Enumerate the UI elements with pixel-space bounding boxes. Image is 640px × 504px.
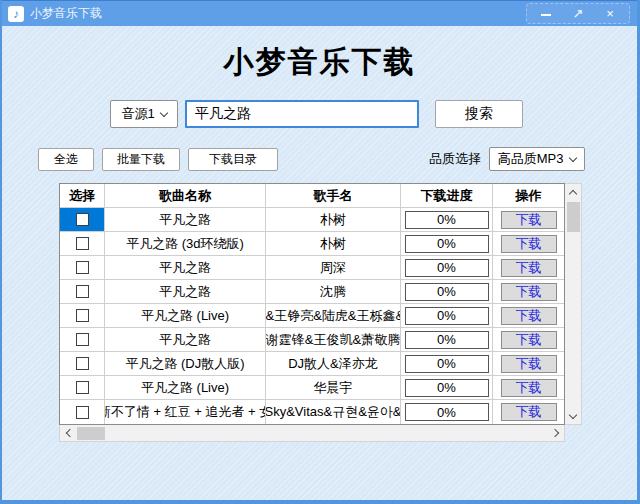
select-cell[interactable]: [60, 328, 105, 352]
table-row[interactable]: 平凡之路 (DJ散人版) DJ散人&泽亦龙 0% 下载: [60, 352, 564, 376]
row-checkbox[interactable]: [76, 381, 89, 394]
action-cell: 下载: [493, 352, 564, 376]
scroll-right-icon[interactable]: [548, 425, 564, 441]
toolbar: 全选 批量下载 下载目录 品质选择 高品质MP3: [38, 147, 585, 171]
select-cell[interactable]: [60, 400, 105, 424]
action-cell: 下载: [493, 376, 564, 400]
search-row: 音源1 搜索: [110, 100, 523, 128]
close-button[interactable]: ×: [603, 7, 617, 20]
header-progress: 下载进度: [401, 184, 493, 208]
maximize-button[interactable]: ↗: [571, 7, 585, 20]
row-checkbox[interactable]: [76, 357, 89, 370]
song-cell: 平凡之路: [105, 328, 266, 352]
artist-cell: ;&王铮亮&陆虎&王栎鑫&: [266, 304, 401, 328]
progress-cell: 0%: [401, 304, 493, 328]
select-cell[interactable]: [60, 232, 105, 256]
table-row[interactable]: 平凡之路 (Live) 华晨宇 0% 下载: [60, 376, 564, 400]
download-button[interactable]: 下载: [501, 403, 557, 421]
row-checkbox[interactable]: [76, 309, 89, 322]
download-button[interactable]: 下载: [501, 283, 557, 301]
select-cell[interactable]: [60, 376, 105, 400]
table-row[interactable]: 平凡之路 (Live) ;&王铮亮&陆虎&王栎鑫& 0% 下载: [60, 304, 564, 328]
row-checkbox[interactable]: [76, 333, 89, 346]
download-button[interactable]: 下载: [501, 235, 557, 253]
select-all-button[interactable]: 全选: [38, 148, 94, 171]
chevron-down-icon: [159, 108, 167, 116]
scroll-up-icon[interactable]: [565, 184, 581, 200]
select-cell[interactable]: [60, 352, 105, 376]
artist-cell: DJ散人&泽亦龙: [266, 352, 401, 376]
song-table: 选择 歌曲名称 歌手名 下载进度 操作 平凡之路 朴树 0% 下载 平凡之路 (…: [59, 183, 583, 442]
row-checkbox[interactable]: [76, 213, 89, 226]
source-select[interactable]: 音源1: [110, 100, 178, 128]
table-row[interactable]: 平凡之路 沈腾 0% 下载: [60, 280, 564, 304]
song-table-body: 平凡之路 朴树 0% 下载 平凡之路 (3d环绕版) 朴树 0% 下载 平凡之路…: [60, 208, 564, 424]
song-cell: 平凡之路 (3d环绕版): [105, 232, 266, 256]
header-action: 操作: [493, 184, 564, 208]
action-cell: 下载: [493, 232, 564, 256]
download-button[interactable]: 下载: [501, 379, 557, 397]
page-title: 小梦音乐下载: [2, 42, 637, 83]
download-button[interactable]: 下载: [501, 355, 557, 373]
download-button[interactable]: 下载: [501, 259, 557, 277]
progress-box: 0%: [405, 307, 489, 325]
select-cell[interactable]: [60, 208, 105, 232]
window-controls: ↗ ×: [526, 3, 630, 24]
action-cell: 下载: [493, 304, 564, 328]
progress-box: 0%: [405, 235, 489, 253]
progress-box: 0%: [405, 403, 489, 421]
artist-cell: 朴树: [266, 208, 401, 232]
scroll-left-icon[interactable]: [60, 425, 76, 441]
table-row[interactable]: 平凡之路 (3d环绕版) 朴树 0% 下载: [60, 232, 564, 256]
song-table-grid: 选择 歌曲名称 歌手名 下载进度 操作 平凡之路 朴树 0% 下载 平凡之路 (…: [59, 183, 565, 425]
song-cell: 平凡之路 (Live): [105, 376, 266, 400]
vertical-scrollbar[interactable]: [565, 183, 582, 425]
song-cell: 平凡之路 (DJ散人版): [105, 352, 266, 376]
progress-cell: 0%: [401, 232, 493, 256]
scroll-down-icon[interactable]: [565, 408, 581, 424]
download-button[interactable]: 下载: [501, 307, 557, 325]
artist-cell: 朴树: [266, 232, 401, 256]
progress-cell: 0%: [401, 280, 493, 304]
progress-box: 0%: [405, 211, 489, 229]
song-cell: 新不了情 + 红豆 + 追光者 + 女: [105, 400, 266, 424]
row-checkbox[interactable]: [76, 237, 89, 250]
table-row[interactable]: 平凡之路 朴树 0% 下载: [60, 208, 564, 232]
table-row[interactable]: 新不了情 + 红豆 + 追光者 + 女 Sky&Vitas&규현&윤아& 0% …: [60, 400, 564, 424]
batch-download-button[interactable]: 批量下载: [102, 148, 180, 171]
action-cell: 下载: [493, 328, 564, 352]
quality-label: 品质选择: [429, 150, 481, 168]
artist-cell: 周深: [266, 256, 401, 280]
minimize-icon: [541, 14, 551, 16]
table-row[interactable]: 平凡之路 周深 0% 下载: [60, 256, 564, 280]
row-checkbox[interactable]: [76, 406, 89, 419]
header-song: 歌曲名称: [105, 184, 266, 208]
progress-box: 0%: [405, 355, 489, 373]
row-checkbox[interactable]: [76, 285, 89, 298]
table-header-row: 选择 歌曲名称 歌手名 下载进度 操作: [60, 184, 564, 208]
artist-cell: 谢霆锋&王俊凯&萧敬腾: [266, 328, 401, 352]
select-cell[interactable]: [60, 280, 105, 304]
titlebar-title: 小梦音乐下载: [30, 5, 102, 22]
row-checkbox[interactable]: [76, 261, 89, 274]
quality-select[interactable]: 高品质MP3: [489, 147, 585, 171]
horizontal-scroll-thumb[interactable]: [77, 427, 105, 440]
quality-select-value: 高品质MP3: [498, 150, 564, 168]
chevron-down-icon: [569, 153, 577, 161]
minimize-button[interactable]: [539, 7, 553, 20]
search-input[interactable]: [185, 100, 419, 128]
select-cell[interactable]: [60, 256, 105, 280]
horizontal-scrollbar[interactable]: [59, 425, 565, 442]
select-cell[interactable]: [60, 304, 105, 328]
quality-group: 品质选择 高品质MP3: [429, 147, 585, 171]
download-button[interactable]: 下载: [501, 331, 557, 349]
action-cell: 下载: [493, 256, 564, 280]
progress-cell: 0%: [401, 376, 493, 400]
download-dir-button[interactable]: 下载目录: [188, 148, 278, 171]
progress-cell: 0%: [401, 328, 493, 352]
app-icon: ♪: [8, 6, 24, 22]
table-row[interactable]: 平凡之路 谢霆锋&王俊凯&萧敬腾 0% 下载: [60, 328, 564, 352]
search-button[interactable]: 搜索: [435, 100, 523, 128]
vertical-scroll-thumb[interactable]: [567, 202, 580, 232]
download-button[interactable]: 下载: [501, 211, 557, 229]
